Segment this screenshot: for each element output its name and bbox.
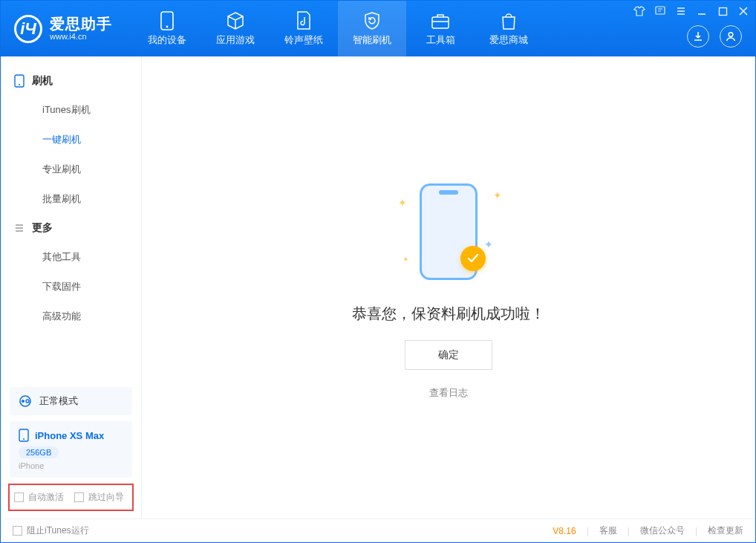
sidebar-group-more: 更多 xyxy=(1,214,141,242)
cube-icon xyxy=(226,11,245,30)
sidebar-item-onekey-flash[interactable]: 一键刷机 xyxy=(1,125,141,155)
group-title: 刷机 xyxy=(32,74,53,88)
download-button[interactable] xyxy=(687,25,709,48)
app-header: iЧ 爱思助手 www.i4.cn 我的设备 应用游戏 铃声壁纸 智能刷机 工具… xyxy=(1,1,755,56)
app-title: 爱思助手 xyxy=(50,16,112,32)
device-card[interactable]: iPhone XS Max 256GB iPhone xyxy=(10,421,132,478)
success-illustration: ✦ ✦ • ✦ xyxy=(382,176,515,287)
device-icon xyxy=(19,429,29,442)
tab-label: 智能刷机 xyxy=(353,33,391,47)
main-content: ✦ ✦ • ✦ 恭喜您，保资料刷机成功啦！ 确定 查看日志 xyxy=(142,56,755,518)
checkbox-skip-guide[interactable]: 跳过向导 xyxy=(74,491,124,504)
flash-options-highlight: 自动激活 跳过向导 xyxy=(8,484,134,511)
window-controls xyxy=(633,5,749,17)
sidebar-item-itunes-flash[interactable]: iTunes刷机 xyxy=(1,95,141,125)
tab-ringtones-wallpaper[interactable]: 铃声壁纸 xyxy=(270,1,338,56)
music-file-icon xyxy=(294,11,313,30)
minimize-button[interactable] xyxy=(696,5,708,17)
user-button[interactable] xyxy=(720,25,742,48)
device-type: iPhone xyxy=(19,461,123,470)
sparkle-icon: ✦ xyxy=(493,189,502,201)
close-button[interactable] xyxy=(737,5,749,17)
sidebar-item-pro-flash[interactable]: 专业刷机 xyxy=(1,155,141,184)
device-name: iPhone XS Max xyxy=(35,430,104,441)
tab-smart-flash[interactable]: 智能刷机 xyxy=(338,1,406,56)
logo: iЧ 爱思助手 www.i4.cn xyxy=(1,15,126,43)
svg-point-10 xyxy=(26,400,29,403)
maximize-button[interactable] xyxy=(717,5,729,17)
sidebar-item-batch-flash[interactable]: 批量刷机 xyxy=(1,184,141,214)
svg-point-7 xyxy=(19,84,20,85)
footer-link-service[interactable]: 客服 xyxy=(599,524,617,537)
tab-label: 铃声壁纸 xyxy=(284,33,323,47)
sidebar-item-download-firmware[interactable]: 下载固件 xyxy=(1,272,141,302)
shopping-bag-icon xyxy=(499,11,518,30)
device-mode-card[interactable]: 正常模式 xyxy=(10,387,132,415)
svg-point-12 xyxy=(23,438,25,440)
checkbox-auto-activate[interactable]: 自动激活 xyxy=(14,491,64,504)
list-icon xyxy=(14,223,25,233)
device-capacity-badge: 256GB xyxy=(19,446,59,458)
shield-refresh-icon xyxy=(362,11,382,30)
tab-apps-games[interactable]: 应用游戏 xyxy=(201,1,270,56)
mode-label: 正常模式 xyxy=(39,394,78,408)
logo-icon: iЧ xyxy=(14,15,42,43)
group-title: 更多 xyxy=(32,221,53,235)
svg-rect-3 xyxy=(656,7,665,14)
main-tabs: 我的设备 应用游戏 铃声壁纸 智能刷机 工具箱 爱思商城 xyxy=(133,1,543,56)
mode-icon xyxy=(19,394,32,408)
tab-toolbox[interactable]: 工具箱 xyxy=(406,1,475,56)
feedback-icon[interactable] xyxy=(654,5,666,17)
svg-point-1 xyxy=(166,25,169,27)
sidebar-group-flash: 刷机 xyxy=(1,67,141,95)
app-subtitle: www.i4.cn xyxy=(50,32,112,41)
sidebar-item-other-tools[interactable]: 其他工具 xyxy=(1,242,141,272)
tshirt-icon[interactable] xyxy=(633,5,645,17)
ok-button[interactable]: 确定 xyxy=(405,340,492,370)
sidebar-item-advanced[interactable]: 高级功能 xyxy=(1,302,141,331)
svg-point-9 xyxy=(22,400,25,403)
sidebar: 刷机 iTunes刷机 一键刷机 专业刷机 批量刷机 更多 其他工具 下载固件 … xyxy=(1,56,142,518)
toolbox-icon xyxy=(431,11,450,30)
sparkle-icon: ✦ xyxy=(398,197,407,209)
device-icon xyxy=(157,11,177,30)
version-label: V8.16 xyxy=(553,526,576,536)
header-actions xyxy=(687,25,742,48)
sparkle-icon: • xyxy=(404,253,408,265)
status-bar: 阻止iTunes运行 V8.16 | 客服 | 微信公众号 | 检查更新 xyxy=(1,518,755,542)
footer-link-wechat[interactable]: 微信公众号 xyxy=(640,524,685,537)
success-message: 恭喜您，保资料刷机成功啦！ xyxy=(352,304,545,324)
tab-label: 爱思商城 xyxy=(489,33,528,47)
checkbox-block-itunes[interactable]: 阻止iTunes运行 xyxy=(13,524,89,537)
check-badge-icon xyxy=(460,246,486,271)
svg-rect-2 xyxy=(432,17,449,28)
sparkle-icon: ✦ xyxy=(484,238,493,250)
svg-point-5 xyxy=(729,33,733,37)
phone-icon xyxy=(14,74,25,88)
svg-rect-4 xyxy=(719,7,726,15)
view-log-link[interactable]: 查看日志 xyxy=(429,386,468,400)
tab-label: 我的设备 xyxy=(148,33,186,47)
footer-link-update[interactable]: 检查更新 xyxy=(708,524,743,537)
tab-label: 应用游戏 xyxy=(216,33,255,47)
tab-label: 工具箱 xyxy=(426,33,455,47)
tab-store[interactable]: 爱思商城 xyxy=(475,1,543,56)
menu-icon[interactable] xyxy=(675,5,687,17)
tab-my-device[interactable]: 我的设备 xyxy=(133,1,201,56)
